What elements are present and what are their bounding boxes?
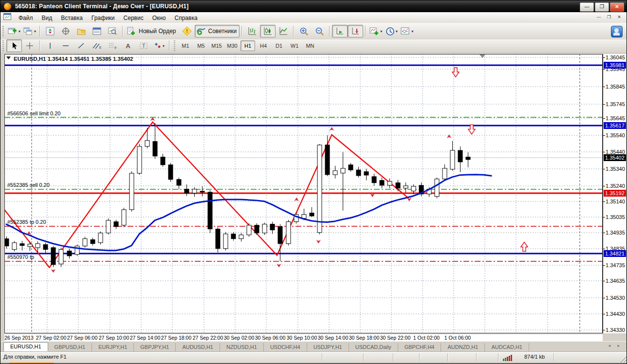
- svg-text:E: E: [99, 46, 101, 49]
- tab-scroll-arrows[interactable]: ◂ ▸: [608, 343, 623, 348]
- candle-body: [161, 157, 165, 165]
- line-chart-button[interactable]: [276, 25, 291, 37]
- profiles-button[interactable]: ▾: [22, 25, 37, 37]
- arrows-tool-button[interactable]: ▾: [151, 39, 167, 52]
- maximize-button[interactable]: ❐: [595, 2, 609, 12]
- chart-tab[interactable]: AUDCAD,H1: [485, 343, 529, 351]
- periods-button[interactable]: ▾: [384, 25, 399, 37]
- toolbar-drag-handle[interactable]: [2, 26, 4, 36]
- timeframe-button-H4[interactable]: H4: [256, 40, 271, 51]
- bar-chart-button[interactable]: [244, 25, 260, 37]
- candle-body: [28, 244, 32, 247]
- templates-button[interactable]: ▾: [399, 25, 415, 37]
- order-label: #552385 tp 0.20: [7, 219, 46, 225]
- candle-body: [106, 220, 111, 233]
- terminal-button[interactable]: [89, 25, 105, 37]
- chart-tab[interactable]: EURJPY,H1: [92, 343, 134, 351]
- timeframe-button-D1[interactable]: D1: [272, 40, 286, 51]
- status-bar: Для справки, нажмите F1 874/1 kb: [0, 351, 627, 363]
- zoom-in-button[interactable]: [296, 25, 312, 37]
- market-watch-button[interactable]: [42, 25, 58, 37]
- timeframe-button-M15[interactable]: M15: [209, 40, 224, 51]
- expert-advisors-button[interactable]: Советники: [195, 25, 240, 37]
- price-axis-label: 1.34735: [606, 262, 625, 268]
- data-window-button[interactable]: [58, 25, 74, 37]
- chart-tab[interactable]: USDCHF,H4: [264, 343, 307, 351]
- close-button[interactable]: ✕: [610, 2, 624, 12]
- timeframe-button-M30[interactable]: M30: [225, 40, 240, 51]
- menu-item-Графики[interactable]: Графики: [87, 14, 119, 22]
- chart-tab[interactable]: AUDUSD,H1: [176, 343, 220, 351]
- chart-tab[interactable]: GBPJPY,H1: [134, 343, 176, 351]
- zoom-out-button[interactable]: [312, 25, 327, 37]
- trendline-tool-button[interactable]: [74, 39, 89, 52]
- toolbar-drag-handle[interactable]: [2, 40, 4, 51]
- new-order-button[interactable]: Новый Ордер: [125, 25, 179, 37]
- timeframe-button-MN[interactable]: MN: [303, 40, 317, 51]
- new-chart-button[interactable]: ▾: [6, 25, 22, 37]
- menu-item-Вид[interactable]: Вид: [37, 14, 57, 22]
- menu-item-Вставка[interactable]: Вставка: [56, 14, 87, 22]
- chart-tab[interactable]: NZDUSD,H1: [220, 343, 264, 351]
- time-axis[interactable]: 26 Sep 201327 Sep 02:0027 Sep 06:0027 Se…: [4, 334, 603, 341]
- status-divider: [476, 353, 477, 361]
- timeframe-button-W1[interactable]: W1: [287, 40, 302, 51]
- candlestick-chart-button[interactable]: [260, 25, 276, 37]
- candle-body: [341, 168, 345, 173]
- candle-body: [129, 173, 134, 210]
- candle-body: [333, 171, 337, 175]
- timeframe-button-H1[interactable]: H1: [240, 40, 255, 51]
- candle-body: [262, 224, 267, 233]
- chart-tab[interactable]: AUDNZD,H1: [441, 343, 485, 351]
- child-window-button[interactable]: ❐: [605, 13, 613, 21]
- text-label-tool-button[interactable]: T: [136, 39, 151, 52]
- au​to-scroll-button[interactable]: [332, 25, 348, 37]
- equidistant-channel-tool-button[interactable]: E: [89, 39, 105, 52]
- chart-window-system-icon[interactable]: [3, 13, 11, 22]
- candle-body: [91, 240, 95, 244]
- timeframe-button-M1[interactable]: M1: [178, 40, 193, 51]
- price-axis-label: 1.34430: [606, 311, 625, 317]
- vertical-line-tool-button[interactable]: [42, 39, 58, 52]
- menu-item-Справка[interactable]: Справка: [170, 14, 202, 22]
- candle-body: [380, 181, 384, 185]
- toolbar-drag-handle[interactable]: [174, 40, 175, 51]
- candle-body: [435, 179, 439, 197]
- candle-body: [83, 239, 87, 246]
- community-icon[interactable]: [611, 26, 623, 37]
- chart-tab[interactable]: GBPCHF,H4: [398, 343, 442, 351]
- price-tick: [603, 265, 605, 266]
- timeframe-button-M5[interactable]: M5: [194, 40, 208, 51]
- candle-body: [239, 235, 243, 239]
- price-axis-label: 1.34635: [606, 278, 625, 284]
- child-window-button[interactable]: —: [594, 13, 603, 21]
- indicators-button[interactable]: ▾: [368, 25, 384, 37]
- menu-item-Окно[interactable]: Окно: [148, 14, 170, 22]
- chart-shift-button[interactable]: [348, 25, 363, 37]
- resize-grip[interactable]: [621, 356, 627, 363]
- price-tick: [603, 169, 605, 169]
- text-tool-button[interactable]: A: [120, 39, 136, 52]
- minimize-button[interactable]: —: [580, 2, 594, 12]
- expert-advisors-label: Советники: [207, 28, 239, 35]
- price-axis[interactable]: 1.360451.359451.358451.357451.356451.355…: [603, 54, 626, 333]
- menu-item-Файл[interactable]: Файл: [14, 14, 37, 22]
- fibonacci-tool-button[interactable]: F: [105, 39, 120, 52]
- chart-tab[interactable]: USDJPY,H1: [307, 343, 349, 351]
- horizontal-line-tool-button[interactable]: [58, 39, 74, 52]
- child-window-button[interactable]: ✕: [615, 13, 624, 21]
- order-label: #550970 tp: [7, 254, 34, 260]
- menu-item-Сервис[interactable]: Сервис: [119, 14, 148, 22]
- status-divider: [419, 353, 420, 361]
- candle-body: [443, 168, 447, 179]
- strategy-tester-button[interactable]: [105, 25, 120, 37]
- price-axis-label: 1.35645: [606, 115, 625, 121]
- chart-tab[interactable]: GBPUSD,H1: [48, 343, 92, 351]
- navigator-button[interactable]: [74, 25, 89, 37]
- crosshair-tool-button[interactable]: [22, 39, 37, 52]
- metaeditor-button[interactable]: !: [179, 25, 195, 37]
- chart-canvas[interactable]: #566506 sell limit 0.20#552385 sell 0.20…: [4, 54, 603, 333]
- cursor-tool-button[interactable]: [6, 39, 22, 52]
- chart-tab[interactable]: USDCAD,Daily: [349, 343, 398, 351]
- chart-tab-active[interactable]: EURUSD,H1: [3, 342, 48, 351]
